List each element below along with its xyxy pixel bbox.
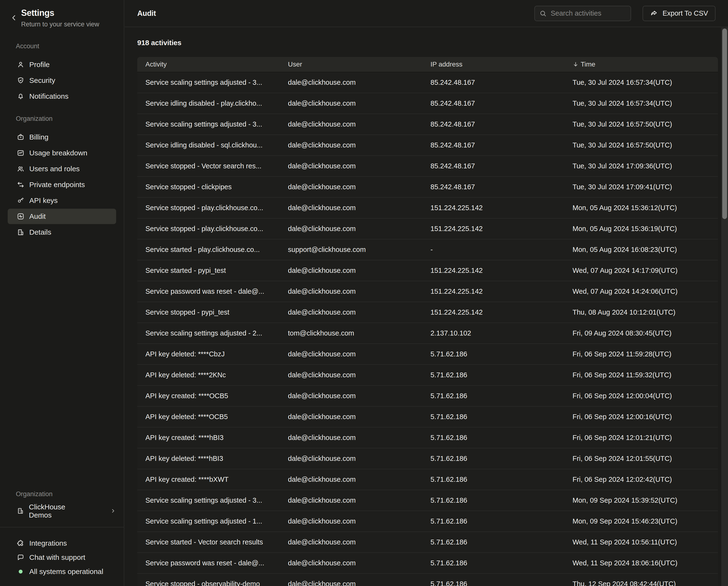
org-switcher[interactable]: ClickHouse Demos	[8, 504, 116, 519]
column-header-time-label: Time	[581, 60, 595, 68]
puzzle-icon	[17, 539, 24, 547]
table-row[interactable]: Service scaling settings adjusted - 2...…	[137, 322, 718, 343]
table-row[interactable]: Service stopped - clickpipes dale@clickh…	[137, 176, 718, 197]
cell-activity: Service stopped - Vector search res...	[137, 162, 280, 170]
sidebar-item-system-status[interactable]: All systems operational	[8, 564, 116, 579]
sidebar-item-security[interactable]: Security	[8, 73, 116, 88]
table-row[interactable]: API key deleted: ****OCB5 dale@clickhous…	[137, 406, 718, 427]
sidebar-header: Settings Return to your service view	[0, 0, 124, 28]
table-row[interactable]: Service started - pypi_test dale@clickho…	[137, 260, 718, 281]
table-row[interactable]: Service idling disabled - play.clickho..…	[137, 93, 718, 114]
cell-user: dale@clickhouse.com	[280, 308, 422, 316]
table-row[interactable]: Service idling disabled - sql.clickhou..…	[137, 135, 718, 155]
table-row[interactable]: API key deleted: ****CbzJ dale@clickhous…	[137, 343, 718, 364]
sidebar-item-users-and-roles[interactable]: Users and roles	[8, 161, 116, 176]
back-button[interactable]	[9, 14, 18, 22]
sidebar-item-details[interactable]: Details	[8, 224, 116, 240]
cell-time: Wed, 07 Aug 2024 14:24:06(UTC)	[564, 288, 718, 295]
table-row[interactable]: API key deleted: ****hBI3 dale@clickhous…	[137, 448, 718, 469]
table-row[interactable]: Service started - Vector search results …	[137, 532, 718, 553]
chart-icon	[17, 149, 24, 157]
sidebar-item-label: Billing	[29, 133, 49, 141]
sidebar-item-label: Notifications	[29, 92, 69, 100]
table-row[interactable]: Service stopped - play.clickhouse.co... …	[137, 218, 718, 239]
chevron-left-icon	[9, 14, 18, 22]
scrollbar-thumb[interactable]	[722, 29, 727, 219]
cell-time: Mon, 05 Aug 2024 15:36:19(UTC)	[564, 225, 718, 233]
sort-desc-arrow-icon	[573, 61, 579, 68]
cell-activity: Service started - Vector search results	[137, 538, 280, 546]
cell-time: Mon, 05 Aug 2024 16:08:23(UTC)	[564, 246, 718, 253]
table-row[interactable]: API key created: ****OCB5 dale@clickhous…	[137, 385, 718, 406]
sidebar-item-label: Chat with support	[29, 553, 85, 562]
person-icon	[17, 61, 24, 69]
cell-user: dale@clickhouse.com	[280, 162, 422, 170]
export-csv-button[interactable]: Export To CSV	[643, 6, 716, 21]
table-row[interactable]: Service password was reset - dale@... da…	[137, 281, 718, 302]
sidebar-item-audit[interactable]: Audit	[8, 209, 116, 224]
cell-user: dale@clickhouse.com	[280, 434, 422, 442]
table-row[interactable]: API key created: ****hBI3 dale@clickhous…	[137, 427, 718, 448]
sidebar-item-integrations[interactable]: Integrations	[8, 536, 116, 550]
sidebar-item-profile[interactable]: Profile	[8, 57, 116, 72]
sidebar-item-private-endpoints[interactable]: Private endpoints	[8, 177, 116, 192]
search-input[interactable]	[551, 9, 626, 17]
table-row[interactable]: Service stopped - play.clickhouse.co... …	[137, 197, 718, 218]
sidebar-subtitle[interactable]: Return to your service view	[21, 21, 116, 28]
topbar-actions: Export To CSV	[535, 6, 716, 21]
cell-activity: Service idling disabled - play.clickho..…	[137, 99, 280, 107]
cell-ip-address: 5.71.62.186	[422, 413, 564, 421]
cell-activity: API key created: ****bXWT	[137, 475, 280, 484]
table-row[interactable]: Service scaling settings adjusted - 3...…	[137, 72, 718, 93]
sidebar-item-notifications[interactable]: Notifications	[8, 89, 116, 104]
cell-time: Fri, 09 Aug 2024 08:30:45(UTC)	[564, 329, 718, 337]
cell-ip-address: 85.242.48.167	[422, 120, 564, 128]
org-switcher-label: ClickHouse Demos	[29, 503, 87, 519]
cell-activity: Service stopped - clickpipes	[137, 183, 280, 191]
cell-time: Tue, 30 Jul 2024 16:57:50(UTC)	[564, 120, 718, 128]
cell-ip-address: 85.242.48.167	[422, 99, 564, 107]
sidebar-item-api-keys[interactable]: API keys	[8, 193, 116, 208]
sidebar-bottom-nav: Integrations Chat with support All syste…	[0, 527, 124, 579]
key-icon	[17, 197, 24, 204]
cell-user: dale@clickhouse.com	[280, 580, 422, 586]
table-row[interactable]: Service stopped - observability-demo dal…	[137, 573, 718, 586]
cell-activity: Service started - play.clickhouse.co...	[137, 246, 280, 253]
settings-sidebar: Settings Return to your service view Acc…	[0, 0, 124, 586]
column-header-time[interactable]: Time	[564, 60, 718, 68]
cell-user: dale@clickhouse.com	[280, 183, 422, 191]
table-row[interactable]: Service password was reset - dale@... da…	[137, 553, 718, 573]
sidebar-item-chat-support[interactable]: Chat with support	[8, 550, 116, 564]
cell-activity: Service stopped - play.clickhouse.co...	[137, 225, 280, 233]
table-row[interactable]: API key created: ****bXWT dale@clickhous…	[137, 469, 718, 490]
chevron-right-icon	[110, 508, 116, 514]
cell-time: Mon, 05 Aug 2024 15:36:12(UTC)	[564, 204, 718, 212]
cell-time: Thu, 12 Sep 2024 08:42:44(UTC)	[564, 580, 718, 586]
table-row[interactable]: Service scaling settings adjusted - 3...…	[137, 114, 718, 135]
cell-time: Fri, 06 Sep 2024 12:01:55(UTC)	[564, 455, 718, 463]
topbar: Audit Export To CSV	[125, 0, 728, 27]
cell-time: Thu, 08 Aug 2024 10:12:01(UTC)	[564, 308, 718, 316]
cell-activity: Service idling disabled - sql.clickhou..…	[137, 141, 280, 149]
table-row[interactable]: Service scaling settings adjusted - 1...…	[137, 511, 718, 532]
sidebar-item-label: All systems operational	[29, 567, 103, 576]
footer-org-label: Organization	[16, 490, 124, 498]
shield-check-icon	[17, 77, 24, 84]
search-box[interactable]	[535, 6, 631, 21]
cell-ip-address: 5.71.62.186	[422, 475, 564, 484]
table-row[interactable]: API key deleted: ****2KNc dale@clickhous…	[137, 364, 718, 385]
table-row[interactable]: Service started - play.clickhouse.co... …	[137, 239, 718, 260]
sidebar-item-billing[interactable]: Billing	[8, 129, 116, 145]
cell-activity: Service scaling settings adjusted - 1...	[137, 517, 280, 525]
table-row[interactable]: Service stopped - Vector search res... d…	[137, 155, 718, 176]
cell-activity: Service stopped - pypi_test	[137, 308, 280, 316]
table-row[interactable]: Service stopped - pypi_test dale@clickho…	[137, 302, 718, 322]
table-row[interactable]: Service scaling settings adjusted - 3...…	[137, 490, 718, 511]
cell-time: Fri, 06 Sep 2024 12:00:16(UTC)	[564, 413, 718, 421]
sidebar-item-usage-breakdown[interactable]: Usage breakdown	[8, 145, 116, 161]
bell-icon	[17, 93, 24, 100]
activity-count: 918 activities	[137, 39, 728, 47]
cell-ip-address: 5.71.62.186	[422, 580, 564, 586]
table-body: Service scaling settings adjusted - 3...…	[137, 72, 718, 586]
sidebar-item-label: API keys	[29, 196, 58, 204]
